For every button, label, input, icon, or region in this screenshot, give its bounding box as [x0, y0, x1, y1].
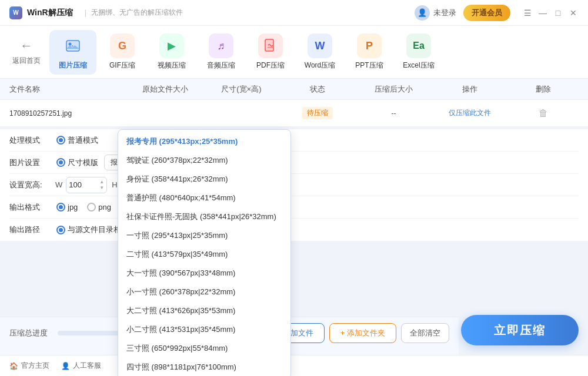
dropdown-item-5[interactable]: 一寸照 (295*413px|25*35mm): [118, 226, 290, 245]
close-button[interactable]: ✕: [568, 8, 579, 18]
size-dropdown-menu: 报考专用 (295*413px;25*35mm) 驾驶证 (260*378px;…: [118, 129, 291, 376]
back-label: 返回首页: [12, 56, 41, 66]
back-button[interactable]: ← 返回首页: [6, 30, 47, 75]
titlebar-right: 👤 未登录 开通会员 ☰ — □ ✕: [415, 5, 579, 21]
tool-excel-compress[interactable]: Ea Excel压缩: [395, 30, 442, 75]
dropdown-item-9[interactable]: 大二寸照 (413*626px|35*53mm): [118, 301, 290, 320]
tool-pdf-compress[interactable]: PDF压缩: [247, 30, 294, 75]
size-mode-label: 尺寸模版: [68, 157, 98, 168]
svg-rect-3: [265, 39, 273, 51]
home-link[interactable]: 🏠 官方主页: [9, 361, 49, 371]
width-group: W 100 ▲ ▼: [55, 177, 107, 193]
dropdown-item-6[interactable]: 二寸照 (413*579px|35*49mm): [118, 245, 290, 264]
user-label: 未登录: [433, 8, 456, 18]
svg-point-2: [69, 43, 72, 46]
settings-section: 处理模式 普通模式 图片设置 尺寸模版 报考专用 (295*413px;25*3…: [0, 129, 588, 241]
dropdown-item-8[interactable]: 小一寸照 (260*378px|22*32mm): [118, 283, 290, 301]
size-mode-radio-group: 尺寸模版: [56, 157, 98, 168]
output-same-dir-radio[interactable]: [56, 226, 65, 234]
audio-compress-icon: ♬: [209, 33, 233, 58]
mode-normal[interactable]: 普通模式: [56, 135, 98, 146]
format-png[interactable]: png: [87, 203, 111, 212]
width-height-row: 设置宽高: W 100 ▲ ▼ H 100 ▲ ▼ 像素 ▼: [9, 174, 579, 196]
compress-only-btn[interactable]: 仅压缩此文件: [449, 109, 491, 117]
mode-label: 处理模式: [9, 135, 51, 146]
app-name: WinR解压缩: [27, 8, 73, 18]
col-original-size: 原始文件大小: [127, 84, 203, 95]
image-settings-row: 图片设置 尺寸模版 报考专用 (295*413px;25*35mm) ▲: [9, 152, 579, 174]
mode-row: 处理模式 普通模式: [9, 129, 579, 152]
dropdown-item-4[interactable]: 社保卡证件照-无固执 (358*441px|26*32mm): [118, 207, 290, 226]
home-icon: 🏠: [9, 362, 18, 370]
tool-image-compress[interactable]: 图片压缩: [49, 30, 96, 75]
maximize-button[interactable]: □: [553, 8, 563, 18]
clear-all-button[interactable]: 全部清空: [401, 323, 449, 343]
width-down-icon[interactable]: ▼: [99, 185, 104, 191]
tool-image-label: 图片压缩: [59, 61, 87, 70]
width-up-icon[interactable]: ▲: [99, 179, 104, 185]
tool-audio-compress[interactable]: ♬ 音频压缩: [198, 30, 245, 75]
tool-word-compress[interactable]: W Word压缩: [296, 30, 343, 75]
avatar: 👤: [415, 5, 430, 21]
cell-delete[interactable]: 🗑: [508, 108, 579, 119]
mode-normal-label: 普通模式: [68, 135, 98, 146]
support-link[interactable]: 👤 人工客服: [61, 361, 101, 371]
format-label: 输出格式: [9, 202, 51, 213]
menu-button[interactable]: ☰: [522, 8, 533, 18]
pdf-compress-icon: [258, 33, 283, 58]
back-arrow-icon: ←: [20, 38, 33, 53]
size-mode-radio[interactable]: [56, 158, 65, 167]
add-folder-button[interactable]: + 添加文件夹: [329, 323, 396, 343]
col-status: 状态: [279, 84, 356, 95]
format-jpg-label: jpg: [68, 203, 78, 212]
dropdown-item-0[interactable]: 报考专用 (295*413px;25*35mm): [118, 132, 290, 151]
dropdown-item-3[interactable]: 普通护照 (480*640px;41*54mm): [118, 189, 290, 207]
compress-button[interactable]: 立即压缩: [461, 315, 579, 345]
tool-video-compress[interactable]: ▶ 视频压缩: [148, 30, 195, 75]
width-stepper[interactable]: ▲ ▼: [99, 179, 104, 190]
word-compress-icon: W: [308, 33, 332, 58]
width-input[interactable]: 100 ▲ ▼: [66, 177, 107, 193]
tool-gif-compress[interactable]: G GIF压缩: [99, 30, 146, 75]
dropdown-item-7[interactable]: 大一寸照 (390*567px|33*48mm): [118, 264, 290, 283]
cell-action[interactable]: 仅压缩此文件: [432, 108, 508, 118]
format-row: 输出格式 jpg png bmp: [9, 196, 579, 219]
table-header: 文件名称 原始文件大小 尺寸(宽×高) 状态 压缩后大小 操作 删除: [0, 79, 588, 100]
image-settings-label: 图片设置: [9, 157, 51, 168]
col-delete: 删除: [508, 84, 579, 95]
dropdown-item-11[interactable]: 三寸照 (650*992px|55*84mm): [118, 339, 290, 358]
table-body: 1708910257251.jpg 待压缩 -- 仅压缩此文件 🗑: [0, 100, 588, 127]
dropdown-item-12[interactable]: 四寸照 (898*1181px|76*100mm): [118, 358, 290, 376]
table-row: 1708910257251.jpg 待压缩 -- 仅压缩此文件 🗑: [0, 100, 588, 127]
output-row: 输出路径 与源文件目录相同 自定义: [9, 219, 579, 241]
support-icon: 👤: [61, 362, 70, 370]
support-label: 人工客服: [73, 361, 101, 371]
cell-filename: 1708910257251.jpg: [9, 109, 127, 118]
col-filename: 文件名称: [9, 84, 127, 95]
statusbar: 🏠 官方主页 👤 人工客服: [0, 355, 588, 376]
format-jpg-radio[interactable]: [56, 203, 65, 212]
vip-button[interactable]: 开通会员: [463, 5, 510, 21]
toolbar: ← 返回首页 图片压缩 G GIF压缩 ▶ 视频压缩 ♬ 音频压缩: [0, 26, 588, 79]
app-slogan: 无捆绑、无广告的解压缩软件: [91, 8, 183, 18]
minimize-button[interactable]: —: [537, 8, 548, 18]
tool-pdf-label: PDF压缩: [256, 61, 285, 70]
dropdown-item-10[interactable]: 小二寸照 (413*531px|35*45mm): [118, 320, 290, 339]
col-dimensions: 尺寸(宽×高): [203, 84, 280, 95]
user-info: 👤 未登录: [415, 5, 456, 21]
progress-label: 压缩总进度: [9, 328, 51, 338]
format-png-radio[interactable]: [87, 203, 96, 212]
delete-icon[interactable]: 🗑: [539, 108, 548, 118]
tool-video-label: 视频压缩: [158, 61, 186, 70]
size-mode-radio-item[interactable]: 尺寸模版: [56, 157, 98, 168]
compress-button-area: 立即压缩: [461, 315, 579, 345]
width-value: 100: [69, 180, 82, 189]
dropdown-item-1[interactable]: 驾驶证 (260*378px;22*32mm): [118, 151, 290, 170]
ppt-compress-icon: P: [357, 33, 382, 58]
tool-ppt-compress[interactable]: P PPT压缩: [346, 30, 393, 75]
format-jpg[interactable]: jpg: [56, 203, 78, 212]
gif-compress-icon: G: [110, 33, 135, 58]
video-compress-icon: ▶: [159, 33, 184, 58]
dropdown-item-2[interactable]: 身份证 (358*441px;26*32mm): [118, 170, 290, 189]
mode-normal-radio[interactable]: [56, 136, 65, 145]
